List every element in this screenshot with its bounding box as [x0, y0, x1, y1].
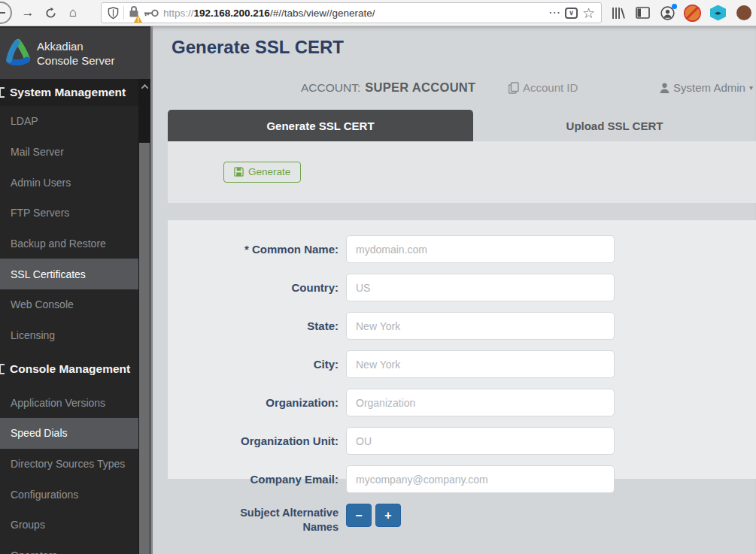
home-icon: ⌂ — [69, 5, 77, 20]
tracking-shield-icon — [108, 7, 119, 20]
sidebar-item-backup-and-restore[interactable]: Backup and Restore — [0, 229, 138, 259]
back-button[interactable] — [0, 2, 12, 24]
tab-upload-ssl-cert[interactable]: Upload SSL CERT — [473, 110, 756, 141]
san-remove-button[interactable]: − — [346, 504, 372, 527]
account-id-button[interactable]: Account ID — [509, 81, 578, 94]
form-row-common-name: * Common Name: — [168, 235, 756, 263]
tab-generate-ssl-cert[interactable]: Generate SSL CERT — [168, 110, 473, 141]
url-bar[interactable]: https://192.168.200.216/#//tabs/view//ge… — [101, 2, 602, 23]
generate-button[interactable]: Generate — [223, 162, 301, 183]
field-label-organization: Organization: — [168, 396, 339, 409]
firefox-account-icon[interactable] — [660, 6, 675, 20]
sidebar-section-console-management[interactable]: Console Management — [0, 350, 138, 387]
console-window-icon — [0, 87, 5, 98]
overflow-extension-icon[interactable] — [736, 5, 751, 20]
scroll-up-button[interactable] — [138, 79, 150, 94]
field-label-common-name: * Common Name: — [168, 243, 339, 256]
browser-nav-buttons: → ⌂ — [0, 0, 84, 26]
sidebar-item-directory-sources-types[interactable]: Directory Sources Types — [0, 449, 138, 480]
page-actions-button[interactable]: ⋯ — [548, 7, 560, 19]
urlbar-separator — [123, 6, 124, 20]
sidebar-item-configurations[interactable]: Configurations — [0, 479, 138, 510]
sidebar-item-admin-users[interactable]: Admin Users — [0, 167, 138, 198]
account-label: ACCOUNT: — [301, 81, 360, 94]
generate-label: Generate — [248, 166, 290, 177]
chevron-down-icon: ▾ — [749, 83, 753, 92]
url-text[interactable]: https://192.168.200.216/#//tabs/view//ge… — [163, 8, 544, 19]
account-name: SUPER ACCOUNT — [365, 80, 475, 94]
account-bar: ACCOUNT:SUPER ACCOUNT Account ID System … — [153, 77, 756, 100]
sidebars-icon[interactable] — [636, 7, 650, 19]
sidebar-item-speed-dials[interactable]: Speed Dials — [0, 418, 138, 449]
form-row-state: State: — [168, 312, 756, 340]
field-label-company-email: Company Email: — [168, 473, 339, 486]
url-path: /#//tabs/view//generate/ — [270, 8, 375, 19]
sidebar-item-web-console[interactable]: Web Console — [0, 289, 138, 320]
page-title: Generate SSL CERT — [172, 37, 756, 58]
back-arrow-icon — [0, 9, 6, 17]
sidebar-scrollbar[interactable] — [138, 79, 150, 554]
library-icon[interactable] — [612, 7, 625, 20]
field-input-city[interactable] — [346, 350, 615, 378]
save-floppy-icon — [234, 167, 244, 177]
console-window-icon — [0, 364, 5, 374]
field-input-common-name[interactable] — [346, 235, 615, 263]
key-icon[interactable] — [144, 9, 159, 17]
sidebar-item-ldap[interactable]: LDAP — [0, 106, 138, 137]
home-button[interactable]: ⌂ — [62, 2, 84, 24]
forward-button[interactable]: → — [17, 2, 39, 24]
scroll-up-icon — [141, 83, 148, 91]
user-label: System Admin — [673, 81, 745, 94]
refresh-icon — [45, 8, 56, 19]
toolbar-extensions: ◂▸ — [612, 5, 744, 21]
sidebar-item-ssl-certificates[interactable]: SSL Certificates — [0, 259, 138, 289]
field-input-organization[interactable] — [346, 389, 615, 416]
sidebar-item-licensing[interactable]: Licensing — [0, 320, 138, 351]
scrollbar-thumb[interactable] — [139, 143, 150, 554]
akkadian-logo-icon — [4, 38, 32, 68]
user-icon — [660, 83, 669, 93]
copy-pages-icon — [509, 82, 519, 94]
sidebar-item-mail-server[interactable]: Mail Server — [0, 137, 138, 168]
refresh-button[interactable] — [39, 2, 62, 24]
app-logo-row[interactable]: Akkadian Console Server — [0, 26, 150, 79]
sidebar-item-application-versions[interactable]: Application Versions — [0, 387, 138, 418]
san-label: Subject Alternative Names — [168, 504, 339, 534]
hexagon-extension-icon[interactable]: ◂▸ — [710, 5, 726, 21]
section-label: System Management — [10, 86, 126, 99]
warning-triangle-icon — [134, 15, 142, 23]
url-scheme: https:// — [163, 8, 194, 19]
field-input-state[interactable] — [346, 312, 615, 340]
form-row-organization-unit: Organization Unit: — [168, 427, 756, 455]
field-input-organization-unit[interactable] — [346, 427, 615, 455]
blocker-extension-icon[interactable] — [685, 6, 700, 20]
sidebar-item-ftp-servers[interactable]: FTP Servers — [0, 198, 138, 229]
section-label: Console Management — [10, 362, 130, 376]
sidebar-section-system-management[interactable]: System Management — [0, 79, 138, 106]
account-id-label: Account ID — [523, 81, 578, 94]
insecure-lock-icon[interactable] — [129, 5, 139, 21]
account-info: ACCOUNT:SUPER ACCOUNT — [301, 80, 475, 95]
sidebar-nav: System ManagementLDAPMail ServerAdmin Us… — [0, 79, 138, 554]
user-menu[interactable]: System Admin ▾ — [660, 81, 753, 94]
sidebar-item-groups[interactable]: Groups — [0, 510, 138, 540]
field-input-company-email[interactable] — [346, 465, 615, 493]
san-add-button[interactable]: + — [375, 504, 401, 527]
certificate-form: * Common Name:Country:State:City:Organiz… — [168, 220, 756, 479]
actions-panel: Generate — [168, 141, 756, 203]
url-host: 192.168.200.216 — [194, 8, 270, 19]
sidebar: Akkadian Console Server System Managemen… — [0, 26, 153, 554]
bookmark-star-icon[interactable]: ☆ — [582, 6, 595, 20]
form-rows: * Common Name:Country:State:City:Organiz… — [168, 235, 756, 493]
field-input-country[interactable] — [346, 274, 615, 301]
field-label-state: State: — [168, 319, 339, 332]
field-label-city: City: — [168, 358, 339, 371]
sidebar-item-operators[interactable]: Operators — [0, 540, 138, 554]
pocket-icon[interactable]: ∨ — [565, 8, 578, 19]
form-row-country: Country: — [168, 274, 756, 301]
form-row-company-email: Company Email: — [168, 465, 756, 493]
form-row-city: City: — [168, 350, 756, 378]
browser-toolbar: → ⌂ https://192.168.200.216/#//tabs/view… — [0, 0, 756, 26]
san-row: Subject Alternative Names − + — [168, 504, 756, 534]
san-buttons: − + — [346, 504, 401, 527]
